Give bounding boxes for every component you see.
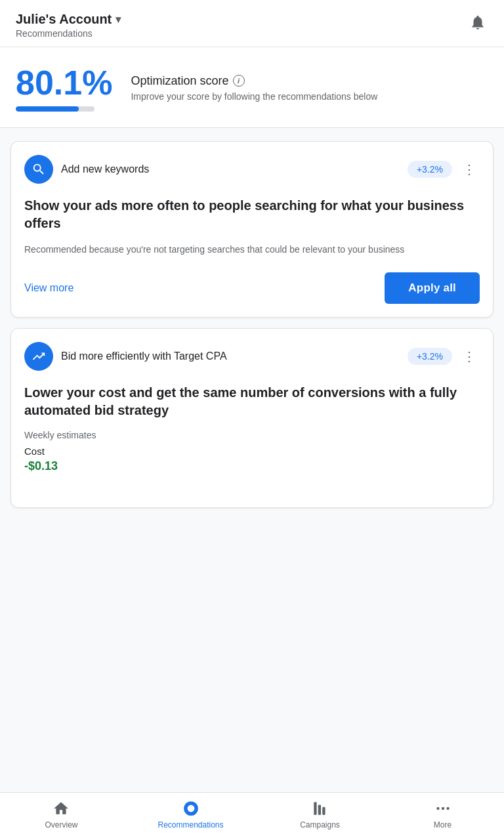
rec-card-headline-2: Lower your cost and get the same number … bbox=[24, 384, 480, 419]
rec-card-header-2: Bid more efficiently with Target CPA +3.… bbox=[24, 342, 480, 371]
nav-label-more: More bbox=[434, 820, 452, 830]
score-delta-badge: +3.2% bbox=[408, 161, 452, 178]
rec-card-header-right-2: +3.2% ⋮ bbox=[408, 346, 480, 367]
svg-point-7 bbox=[446, 807, 449, 810]
more-options-icon[interactable]: ⋮ bbox=[459, 159, 480, 180]
rec-card-title-row: Add new keywords bbox=[24, 155, 149, 184]
svg-point-1 bbox=[187, 805, 194, 812]
cost-value: -$0.13 bbox=[24, 459, 480, 473]
trending-icon-circle bbox=[24, 342, 53, 371]
search-icon-circle bbox=[24, 155, 53, 184]
account-selector[interactable]: Julie's Account ▾ bbox=[16, 12, 121, 27]
home-icon bbox=[52, 799, 70, 818]
view-more-link[interactable]: View more bbox=[24, 282, 74, 294]
cost-label: Cost bbox=[24, 446, 480, 457]
score-title: Optimization score i bbox=[131, 74, 377, 88]
info-icon[interactable]: i bbox=[233, 75, 245, 87]
card-bottom-fade bbox=[24, 478, 480, 494]
rec-card-description: Recommended because you're not targeting… bbox=[24, 243, 480, 257]
recommendations-icon bbox=[182, 799, 200, 818]
svg-rect-3 bbox=[318, 805, 320, 815]
page-subtitle: Recommendations bbox=[16, 28, 121, 39]
nav-label-recommendations: Recommendations bbox=[158, 820, 223, 830]
score-bar-fill bbox=[16, 106, 79, 112]
campaigns-icon bbox=[311, 799, 329, 818]
score-progress-bar bbox=[16, 106, 94, 112]
header: Julie's Account ▾ Recommendations bbox=[0, 0, 504, 47]
rec-card-footer: View more Apply all bbox=[24, 272, 480, 304]
recommendation-card-target-cpa: Bid more efficiently with Target CPA +3.… bbox=[10, 328, 494, 508]
score-delta-badge-2: +3.2% bbox=[408, 348, 452, 365]
svg-rect-4 bbox=[322, 807, 325, 815]
svg-point-5 bbox=[436, 807, 439, 810]
header-left: Julie's Account ▾ Recommendations bbox=[16, 12, 121, 39]
score-text-block: Optimization score i Improve your score … bbox=[131, 74, 377, 104]
account-name: Julie's Account bbox=[16, 12, 112, 27]
more-icon bbox=[434, 799, 452, 818]
optimization-score-section: 80.1% Optimization score i Improve your … bbox=[0, 47, 504, 128]
more-options-icon-2[interactable]: ⋮ bbox=[459, 346, 480, 367]
score-value: 80.1% bbox=[16, 66, 112, 100]
weekly-estimates: Weekly estimates Cost -$0.13 bbox=[24, 430, 480, 473]
rec-card-title-text: Add new keywords bbox=[61, 163, 149, 175]
nav-label-overview: Overview bbox=[45, 820, 77, 830]
apply-all-button[interactable]: Apply all bbox=[385, 272, 480, 304]
weekly-label: Weekly estimates bbox=[24, 430, 480, 440]
rec-card-headline: Show your ads more often to people searc… bbox=[24, 197, 480, 232]
nav-item-more[interactable]: More bbox=[417, 799, 469, 830]
rec-card-header: Add new keywords +3.2% ⋮ bbox=[24, 155, 480, 184]
svg-rect-2 bbox=[314, 802, 316, 815]
chevron-down-icon: ▾ bbox=[116, 13, 121, 26]
bottom-navigation: Overview Recommendations Campaigns bbox=[0, 792, 504, 840]
rec-card-title-text-2: Bid more efficiently with Target CPA bbox=[61, 350, 227, 362]
main-content: Add new keywords +3.2% ⋮ Show your ads m… bbox=[0, 128, 504, 792]
svg-point-6 bbox=[441, 807, 444, 810]
recommendation-card-add-keywords: Add new keywords +3.2% ⋮ Show your ads m… bbox=[10, 141, 494, 318]
nav-item-recommendations[interactable]: Recommendations bbox=[158, 799, 223, 830]
nav-item-campaigns[interactable]: Campaigns bbox=[294, 799, 346, 830]
score-description: Improve your score by following the reco… bbox=[131, 91, 377, 104]
nav-label-campaigns: Campaigns bbox=[300, 820, 340, 830]
rec-card-header-right: +3.2% ⋮ bbox=[408, 159, 480, 180]
nav-item-overview[interactable]: Overview bbox=[35, 799, 87, 830]
notification-bell-icon[interactable] bbox=[467, 12, 488, 33]
score-left: 80.1% bbox=[16, 66, 112, 112]
rec-card-title-row-2: Bid more efficiently with Target CPA bbox=[24, 342, 227, 371]
